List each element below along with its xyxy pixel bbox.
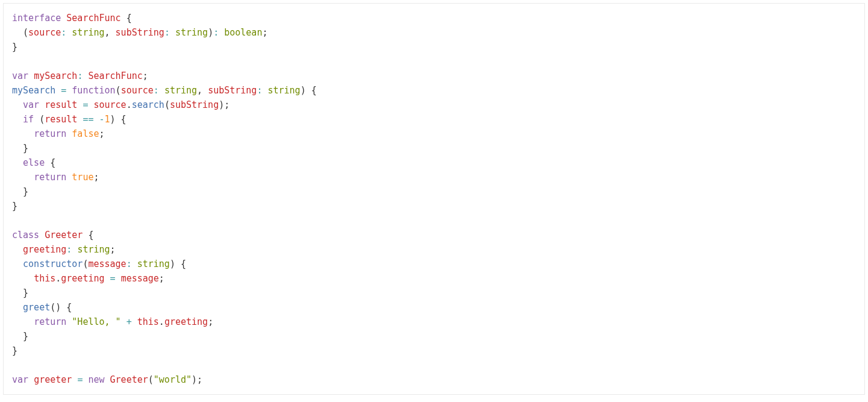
- code-token: :: [164, 27, 175, 38]
- code-token: =: [61, 85, 66, 96]
- code-token: string: [267, 85, 300, 96]
- code-token: result: [45, 99, 77, 110]
- code-token: return: [34, 172, 66, 183]
- code-line: var greeter = new Greeter("world");: [12, 372, 856, 387]
- code-line: return true;: [12, 170, 856, 184]
- code-token: this: [34, 273, 55, 284]
- code-line: }: [12, 329, 856, 344]
- code-token: [66, 316, 72, 327]
- code-line: constructor(message: string) {: [12, 257, 856, 271]
- code-token: boolean: [224, 27, 262, 38]
- code-token: [12, 128, 34, 139]
- code-token: ;: [99, 128, 105, 139]
- code-token: this: [137, 316, 159, 327]
- code-token: ) {: [110, 114, 126, 125]
- code-token: if: [23, 114, 34, 125]
- code-line: var mySearch: SearchFunc;: [12, 69, 856, 83]
- code-token: source: [28, 27, 61, 38]
- code-token: class: [12, 230, 39, 240]
- code-token: string: [175, 27, 208, 38]
- code-token: ,: [197, 85, 208, 96]
- code-token: ==: [83, 114, 93, 125]
- code-token: interface: [12, 13, 61, 24]
- code-token: [132, 316, 137, 327]
- code-token: ;: [110, 244, 116, 255]
- code-token: :: [61, 27, 72, 38]
- code-token: ;: [143, 71, 148, 81]
- code-token: [12, 259, 23, 269]
- code-token: Greeter: [45, 230, 83, 240]
- code-token: .: [159, 316, 164, 327]
- code-token: false: [72, 128, 99, 139]
- code-token: mySearch: [12, 85, 55, 96]
- code-token: );: [219, 99, 229, 110]
- code-token: result: [45, 114, 77, 125]
- code-token: }: [12, 287, 28, 298]
- code-line: }: [12, 141, 856, 155]
- code-token: [66, 128, 72, 139]
- code-token: ) {: [170, 259, 186, 269]
- code-token: var: [12, 71, 28, 81]
- code-token: subString: [208, 85, 257, 96]
- code-line: this.greeting = message;: [12, 271, 856, 286]
- code-token: [105, 374, 110, 385]
- code-line: greet() {: [12, 300, 856, 315]
- code-token: greeter: [34, 374, 72, 385]
- code-token: return: [34, 128, 66, 139]
- code-line: }: [12, 344, 856, 358]
- code-token: {: [121, 13, 132, 24]
- code-token: [61, 13, 66, 24]
- code-token: .: [126, 99, 132, 110]
- code-token: greeting: [61, 273, 104, 284]
- code-token: :: [77, 71, 88, 81]
- code-token: [39, 230, 45, 240]
- code-token: 1: [105, 114, 110, 125]
- code-line: greeting: string;: [12, 242, 856, 257]
- code-token: SearchFunc: [88, 71, 142, 81]
- code-token: [12, 316, 34, 327]
- code-token: }: [12, 201, 17, 212]
- code-token: .: [55, 273, 61, 284]
- code-token: ,: [105, 27, 116, 38]
- code-token: [105, 273, 110, 284]
- code-token: }: [12, 186, 28, 197]
- code-token: [12, 172, 34, 183]
- code-token: string: [164, 85, 197, 96]
- code-token: (: [148, 374, 154, 385]
- code-line: interface SearchFunc {: [12, 11, 856, 25]
- code-token: greet: [23, 302, 50, 313]
- code-token: (: [164, 99, 170, 110]
- code-token: [28, 374, 34, 385]
- code-token: source: [121, 85, 154, 96]
- code-line: [12, 54, 856, 69]
- code-token: var: [23, 99, 39, 110]
- code-line: (source: string, subString: string): boo…: [12, 25, 856, 40]
- code-token: (: [34, 114, 45, 125]
- code-token: [93, 114, 99, 125]
- code-token: [12, 114, 23, 125]
- code-token: [39, 99, 45, 110]
- code-line: }: [12, 199, 856, 213]
- code-token: (: [116, 85, 121, 96]
- code-token: ;: [262, 27, 267, 38]
- code-line: return false;: [12, 127, 856, 141]
- code-token: }: [12, 42, 17, 52]
- code-token: [116, 273, 121, 284]
- code-token: [12, 273, 34, 284]
- code-line: mySearch = function(source: string, subS…: [12, 83, 856, 98]
- code-token: greeting: [164, 316, 208, 327]
- code-token: [12, 99, 23, 110]
- code-token: true: [72, 172, 93, 183]
- code-token: {: [83, 230, 93, 240]
- code-token: (: [12, 27, 28, 38]
- code-token: string: [137, 259, 170, 269]
- code-token: mySearch: [34, 71, 77, 81]
- code-token: :: [154, 85, 164, 96]
- code-token: search: [132, 99, 164, 110]
- code-token: new: [88, 374, 104, 385]
- code-token: string: [72, 27, 104, 38]
- code-token: constructor: [23, 259, 83, 269]
- code-line: [12, 358, 856, 372]
- code-token: :: [257, 85, 267, 96]
- code-line: }: [12, 286, 856, 300]
